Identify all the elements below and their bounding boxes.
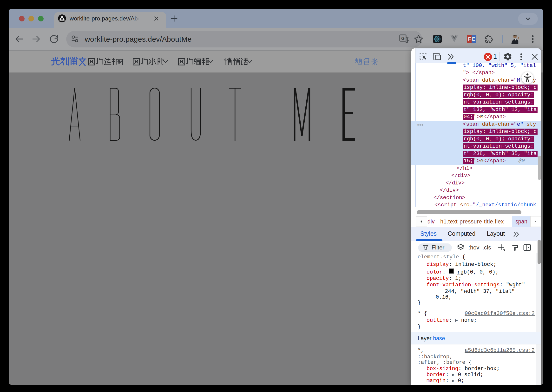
svg-text:G: G (401, 36, 405, 41)
svg-text:E: E (472, 36, 475, 42)
svg-text:F: F (468, 36, 471, 42)
